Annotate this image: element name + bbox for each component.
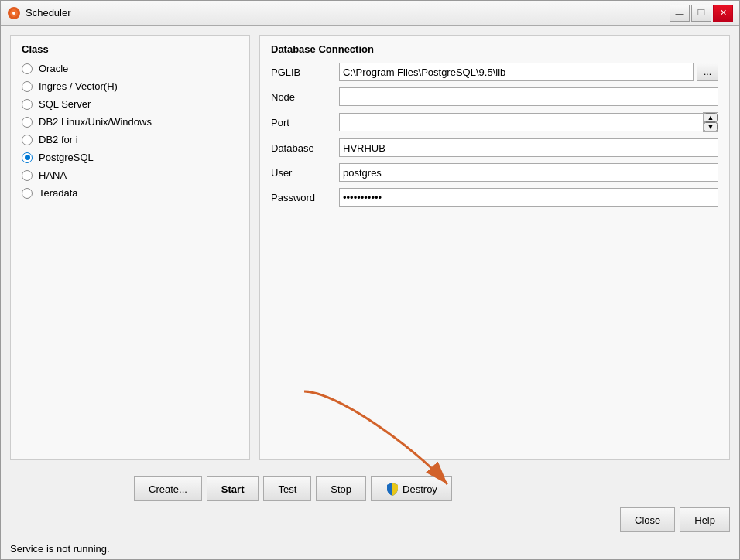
port-spinner-up[interactable]: ▲ — [704, 113, 718, 122]
status-text: Service is not running. — [10, 543, 110, 555]
password-input[interactable] — [339, 188, 718, 207]
radio-teradata-circle — [22, 188, 33, 199]
radio-db2fori-circle — [22, 135, 33, 145]
port-field-wrapper: ▲ ▼ — [339, 112, 718, 132]
port-label: Port — [271, 117, 333, 128]
database-input[interactable] — [339, 138, 718, 157]
radio-postgresql-label: PostgreSQL — [39, 152, 94, 163]
destroy-icon — [385, 482, 399, 496]
svg-point-2 — [12, 12, 15, 15]
close-button[interactable]: Close — [620, 507, 675, 532]
radio-db2fori[interactable]: DB2 for i — [22, 134, 238, 145]
class-panel: Class Oracle Ingres / Vector(H) SQL Serv… — [10, 35, 250, 460]
radio-teradata[interactable]: Teradata — [22, 187, 238, 199]
dialog-buttons: Close Help — [10, 507, 730, 532]
action-buttons: Create... Start Test Stop Destroy — [10, 476, 730, 501]
status-bar: Service is not running. — [1, 538, 739, 559]
radio-db2linux-circle — [22, 117, 33, 128]
radio-hana-circle — [22, 170, 33, 181]
bottom-area: Create... Start Test Stop Destroy Close … — [1, 470, 739, 538]
title-bar: Scheduler — ❐ ✕ — [1, 1, 739, 26]
radio-teradata-label: Teradata — [39, 187, 78, 199]
scheduler-icon — [7, 6, 21, 20]
scheduler-window: Scheduler — ❐ ✕ Class Oracle Ingres / Ve… — [0, 0, 740, 560]
radio-ingres-label: Ingres / Vector(H) — [39, 80, 118, 92]
db-connection-panel: Database Connection PGLIB ... Node Port … — [259, 35, 730, 460]
restore-button[interactable]: ❐ — [691, 5, 711, 22]
db-panel-title: Database Connection — [271, 43, 718, 55]
node-input[interactable] — [339, 87, 718, 106]
port-spinner-down[interactable]: ▼ — [704, 122, 718, 131]
action-buttons-container: Create... Start Test Stop Destroy — [10, 476, 730, 501]
destroy-button[interactable]: Destroy — [371, 476, 452, 501]
radio-hana-label: HANA — [39, 169, 67, 181]
radio-sqlserver-circle — [22, 99, 33, 110]
radio-sqlserver-label: SQL Server — [39, 98, 91, 110]
start-button[interactable]: Start — [207, 476, 259, 501]
radio-oracle[interactable]: Oracle — [22, 63, 238, 74]
content-area: Class Oracle Ingres / Vector(H) SQL Serv… — [1, 26, 739, 470]
create-button[interactable]: Create... — [134, 476, 202, 501]
radio-db2fori-label: DB2 for i — [39, 134, 78, 145]
stop-button[interactable]: Stop — [316, 476, 366, 501]
radio-hana[interactable]: HANA — [22, 169, 238, 181]
port-spinners: ▲ ▼ — [703, 112, 718, 132]
close-titlebar-button[interactable]: ✕ — [713, 5, 733, 22]
radio-postgresql[interactable]: PostgreSQL — [22, 152, 238, 163]
radio-oracle-circle — [22, 63, 33, 74]
user-input[interactable] — [339, 163, 718, 182]
pglib-browse-button[interactable]: ... — [697, 63, 718, 81]
database-label: Database — [271, 142, 333, 154]
pglib-label: PGLIB — [271, 67, 333, 78]
node-label: Node — [271, 91, 333, 103]
radio-postgresql-circle — [22, 152, 33, 163]
pglib-input[interactable] — [339, 63, 694, 81]
pglib-field-wrapper: ... — [339, 63, 718, 81]
minimize-button[interactable]: — — [670, 5, 690, 22]
radio-group: Oracle Ingres / Vector(H) SQL Server DB2… — [22, 63, 238, 199]
radio-ingres-circle — [22, 81, 33, 92]
radio-sqlserver[interactable]: SQL Server — [22, 98, 238, 110]
port-input[interactable] — [339, 113, 703, 131]
radio-db2linux[interactable]: DB2 Linux/Unix/Windows — [22, 116, 238, 128]
help-button[interactable]: Help — [680, 507, 730, 532]
form-grid: PGLIB ... Node Port ▲ ▼ — [271, 63, 718, 207]
title-bar-buttons: — ❐ ✕ — [670, 5, 733, 22]
password-label: Password — [271, 192, 333, 203]
user-label: User — [271, 167, 333, 179]
window-title: Scheduler — [26, 7, 71, 19]
radio-db2linux-label: DB2 Linux/Unix/Windows — [39, 116, 152, 128]
radio-ingres[interactable]: Ingres / Vector(H) — [22, 80, 238, 92]
test-button[interactable]: Test — [263, 476, 311, 501]
class-panel-title: Class — [22, 43, 238, 55]
title-bar-left: Scheduler — [7, 6, 71, 20]
radio-oracle-label: Oracle — [39, 63, 68, 74]
